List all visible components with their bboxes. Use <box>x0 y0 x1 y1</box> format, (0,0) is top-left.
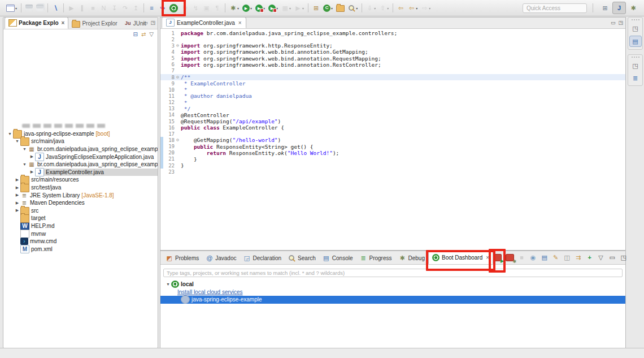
maximize-button[interactable]: ◳ <box>620 253 627 261</box>
fold-marker-icon[interactable]: ⊖ <box>175 75 181 80</box>
tree-item-src[interactable]: ▶src <box>3 207 158 215</box>
twistie-icon[interactable]: ▶ <box>14 178 20 182</box>
collapse-all-button[interactable]: ⊟ <box>133 31 138 37</box>
twistie-icon[interactable]: ▶ <box>14 193 20 197</box>
outline-view-button[interactable]: ≣ <box>630 73 641 83</box>
open-console-button[interactable]: ▤ <box>541 253 548 261</box>
spring-boot-start-button[interactable] <box>168 2 179 14</box>
twistie-icon[interactable]: ▼ <box>21 147 28 151</box>
back-button[interactable]: ⇦▾ <box>407 2 419 14</box>
add-target-button[interactable]: + <box>586 253 593 261</box>
src-folder-icon <box>20 184 29 192</box>
tree-item-help-md[interactable]: WHELP.md <box>3 222 158 230</box>
tree-item-src-main-resources[interactable]: ▶src/main/resources <box>3 176 158 184</box>
fold-marker-icon[interactable]: ⊖ <box>175 43 181 48</box>
tree-item-project[interactable]: ▼java-spring-eclipse-example[boot] <box>3 130 158 138</box>
run-button[interactable]: ▶▾ <box>241 2 253 14</box>
tab-package-explorer[interactable]: Package Explo× <box>5 17 68 29</box>
code-area[interactable]: 1package br.com.danielpadua.java_spring_… <box>160 29 625 250</box>
tree-item-label: src/main/resources <box>31 176 79 183</box>
code-line: 18⊖ @GetMapping("/hello-world") <box>160 137 625 143</box>
tab-declaration[interactable]: ◲Declaration <box>240 252 285 264</box>
twistie-icon[interactable]: ▶ <box>14 201 20 205</box>
tree-item-mvnw[interactable]: mvnw <box>3 230 158 238</box>
package-explorer-view: Package Explo×Project ExplorJuJUnit▭◳ ⊟⇄… <box>3 17 158 348</box>
boot-filter-input[interactable] <box>163 269 623 277</box>
tree-item-src-main-java[interactable]: ▼src/main/java <box>3 137 158 145</box>
tree-item-package-main[interactable]: ▼▦br.com.danielpadua.java_spring_eclipse… <box>3 145 158 153</box>
twistie-icon[interactable]: ▶ <box>29 154 35 159</box>
boot-restart-button[interactable] <box>493 254 502 261</box>
twistie-icon[interactable]: ▼ <box>21 162 28 166</box>
new-class-button[interactable]: C▾ <box>322 2 334 14</box>
twistie-icon[interactable]: ▶ <box>14 208 20 213</box>
link-with-editor-button[interactable]: ⇄ <box>141 31 146 37</box>
tree-item-jre[interactable]: ▶≣JRE System Library[JavaSE-1.8] <box>3 191 158 199</box>
view-menu-button[interactable]: ▽ <box>597 253 604 261</box>
minimize-button[interactable]: ▭ <box>143 20 148 25</box>
open-perspective-button[interactable]: ⊞ <box>599 2 611 14</box>
show-properties-button[interactable]: ◫ <box>563 253 571 261</box>
restore-outline-button[interactable]: ◳ <box>630 61 641 71</box>
last-edit-location-button[interactable]: ⇦ <box>396 2 406 14</box>
tree-item-package-controllers[interactable]: ▼▦br.com.danielpadua.java_spring_eclipse… <box>3 161 158 169</box>
tree-item-mvnw-cmd[interactable]: ›mvnw.cmd <box>3 238 158 245</box>
boot-debug-restart-button[interactable] <box>506 254 514 261</box>
tab-javadoc[interactable]: @Javadoc <box>202 252 240 264</box>
open-config-button[interactable]: ✎ <box>552 253 559 261</box>
editor-tab[interactable]: J ExampleController.java × <box>162 17 246 28</box>
filter-button[interactable]: ⇉ <box>575 253 582 261</box>
boot-target-local[interactable]: ▼local <box>160 281 625 288</box>
twistie-icon[interactable]: ▶ <box>29 170 35 174</box>
twistie-icon[interactable]: ▼ <box>7 132 13 136</box>
boot-app-java-spring-eclipse-example[interactable]: java-spring-eclipse-example <box>160 296 625 304</box>
quick-access-input[interactable] <box>523 3 587 13</box>
twistie-icon[interactable]: ▶ <box>14 186 20 190</box>
minimize-button[interactable]: ▭ <box>611 20 616 25</box>
tab-debug[interactable]: ✱Debug <box>395 252 428 264</box>
close-icon[interactable]: × <box>62 20 65 26</box>
run-as-button[interactable]: ▶▾ <box>254 2 266 14</box>
tree-item-redacted[interactable] <box>3 122 158 130</box>
tree-item-application-class[interactable]: ▶JJavaSpringEclipseExampleApplication.ja… <box>3 153 158 161</box>
console-view-button[interactable]: ▤ <box>629 36 642 47</box>
java-perspective-button[interactable]: J <box>612 2 626 14</box>
tab-progress[interactable]: ≣Progress <box>356 252 395 264</box>
view-menu-button[interactable]: ▽ <box>149 31 154 37</box>
tree-item-pom-xml[interactable]: Mpom.xml <box>3 245 158 253</box>
new-wizard-button[interactable]: ▾ <box>5 2 18 14</box>
install-cloud-services-link[interactable]: Install local cloud services <box>160 288 625 296</box>
twistie-icon[interactable]: ▼ <box>14 139 20 143</box>
open-resource-button[interactable] <box>335 2 346 14</box>
tree-item-maven[interactable]: ▶≣Maven Dependencies <box>3 199 158 207</box>
coverage-button[interactable]: ▶▾ <box>267 2 279 14</box>
tree-item-example-controller[interactable]: ▶JExampleController.java <box>3 169 158 176</box>
maximize-button[interactable]: ◳ <box>618 20 623 25</box>
twistie-icon[interactable]: ▼ <box>165 282 171 286</box>
tab-boot-dashboard[interactable]: Boot Dashboard× <box>428 251 493 264</box>
tab-console[interactable]: ▤Console <box>319 252 356 264</box>
sort-button[interactable]: ≡ <box>147 2 156 14</box>
tab-problems[interactable]: ◩Problems <box>162 252 202 264</box>
minimize-button[interactable]: ▭ <box>608 253 616 261</box>
search-button[interactable]: ▾ <box>347 2 359 14</box>
fold-marker-icon[interactable]: ⊖ <box>175 137 181 143</box>
debug-button[interactable]: ✱▾ <box>228 2 240 14</box>
tree-item-src-test-java[interactable]: ▶src/test/java <box>3 184 158 192</box>
restore-view-button[interactable]: ◳ <box>630 23 641 33</box>
tree-item-target[interactable]: target <box>3 214 158 222</box>
maximize-button[interactable]: ◳ <box>150 20 155 25</box>
close-icon[interactable]: × <box>238 20 242 26</box>
skip-breakpoints-button[interactable]: ∖ <box>51 2 60 14</box>
next-annotation-button-icon: ⇩ <box>366 4 373 12</box>
close-icon[interactable]: × <box>486 255 489 261</box>
pane-buttons: ▭◳ <box>143 20 155 25</box>
navigate-button[interactable]: ↪ <box>158 2 167 14</box>
new-java-project-button[interactable]: ⊞ <box>311 2 321 14</box>
divider <box>593 3 593 12</box>
tab-search[interactable]: Search <box>285 252 319 264</box>
debug-perspective-button[interactable]: ✱ <box>627 2 639 14</box>
open-browser-button[interactable]: ◉ <box>529 253 537 261</box>
tree-row-body: src/main/java <box>20 137 158 145</box>
tab-project-explorer[interactable]: Project Explor <box>68 18 120 29</box>
